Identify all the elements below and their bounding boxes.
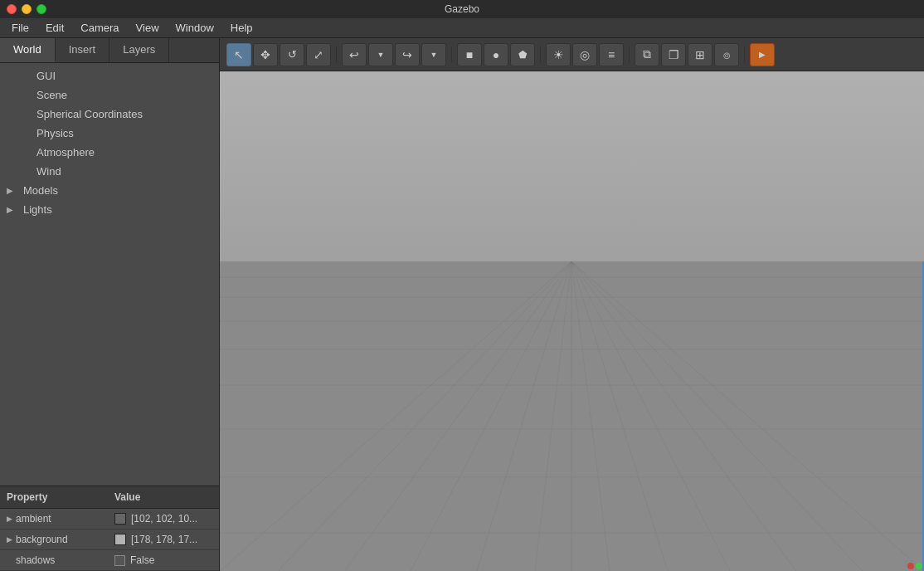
tree-item-atmosphere[interactable]: Atmosphere [0, 143, 219, 162]
undo-button[interactable]: ↩ [342, 43, 367, 66]
menu-file[interactable]: File [3, 20, 37, 36]
properties-header: Property Value [0, 486, 219, 509]
undo-icon: ↩ [349, 48, 359, 61]
toolbar-sep-2 [451, 46, 452, 63]
minimize-button[interactable] [22, 4, 32, 14]
svg-line-17 [571, 261, 730, 571]
expand-arrow-ambient[interactable]: ▶ [7, 515, 12, 523]
viewport-scene: .grid-line { stroke: #777; stroke-width:… [220, 71, 924, 571]
tree-item-scene[interactable]: Scene [0, 85, 219, 105]
maximize-button[interactable] [36, 4, 46, 14]
title-bar: Gazebo [0, 0, 924, 18]
main-layout: World Insert Layers GUI Scene Spherical … [0, 38, 924, 571]
prop-row-ambient[interactable]: ▶ ambient [102, 102, 10... [0, 509, 219, 530]
svg-line-20 [571, 261, 924, 571]
redo-button[interactable]: ↪ [395, 43, 420, 66]
prop-row-background[interactable]: ▶ background [178, 178, 17... [0, 530, 219, 550]
select-mode-button[interactable]: ↖ [226, 43, 251, 66]
prop-name-shadows: ▶ shadows [0, 550, 108, 570]
spot-light-icon: ◎ [580, 48, 590, 61]
tree-arrow-models: ▶ [7, 186, 18, 195]
ground-plane: .grid-line { stroke: #777; stroke-width:… [220, 261, 924, 571]
snap-button[interactable]: ⌾ [714, 43, 739, 66]
svg-line-8 [220, 261, 571, 571]
sphere-shape-button[interactable]: ● [484, 43, 508, 66]
tree-item-wind[interactable]: Wind [0, 162, 219, 181]
point-light-button[interactable]: ☀ [546, 43, 571, 66]
menu-edit[interactable]: Edit [37, 20, 72, 36]
paste-icon: ❐ [669, 48, 679, 61]
shadows-checkbox[interactable] [114, 555, 125, 566]
svg-line-19 [571, 261, 863, 571]
sphere-icon: ● [493, 48, 499, 61]
record-icon: ▶ [759, 50, 766, 59]
green-axis-dot [916, 563, 922, 569]
prop-header-property: Property [0, 486, 108, 508]
tree-item-models[interactable]: ▶ Models [0, 181, 219, 200]
tree-item-lights[interactable]: ▶ Lights [0, 200, 219, 219]
tab-bar: World Insert Layers [0, 38, 219, 63]
prop-value-ambient: [102, 102, 10... [108, 509, 219, 529]
rotate-icon: ↺ [288, 48, 297, 61]
box-icon: ■ [466, 48, 473, 61]
redo-icon: ↪ [402, 48, 412, 61]
cylinder-shape-button[interactable]: ⬟ [510, 43, 535, 66]
menu-view[interactable]: View [128, 20, 168, 36]
point-light-icon: ☀ [553, 48, 564, 61]
ambient-color-swatch[interactable] [114, 513, 126, 525]
record-button[interactable]: ▶ [750, 43, 775, 66]
toolbar-sep-1 [336, 46, 337, 63]
menu-help[interactable]: Help [222, 20, 261, 36]
tree-item-physics[interactable]: Physics [0, 124, 219, 143]
chevron-down-icon: ▼ [377, 51, 385, 59]
svg-line-13 [535, 261, 571, 571]
toolbar-sep-5 [744, 46, 745, 63]
left-panel: World Insert Layers GUI Scene Spherical … [0, 38, 220, 571]
prop-value-shadows: False [108, 550, 219, 570]
menu-bar: File Edit Camera View Window Help [0, 18, 924, 38]
toolbar-sep-4 [629, 46, 630, 63]
move-icon: ✥ [260, 48, 270, 61]
redo-dropdown-button[interactable]: ▼ [421, 43, 446, 66]
tab-world[interactable]: World [0, 38, 56, 62]
undo-dropdown-button[interactable]: ▼ [368, 43, 393, 66]
directional-light-button[interactable]: ≡ [599, 43, 624, 66]
prop-name-ambient: ▶ ambient [0, 509, 108, 529]
window-controls [7, 4, 46, 14]
box-shape-button[interactable]: ■ [457, 43, 482, 66]
tree-item-gui[interactable]: GUI [0, 66, 219, 85]
translate-mode-button[interactable]: ✥ [253, 43, 278, 66]
align-icon: ⊞ [695, 48, 705, 61]
perspective-grid: .grid-line { stroke: #777; stroke-width:… [220, 261, 924, 571]
scale-mode-button[interactable]: ⤢ [306, 43, 331, 66]
svg-line-16 [571, 261, 668, 571]
world-tree: GUI Scene Spherical Coordinates Physics … [0, 63, 219, 486]
rotate-mode-button[interactable]: ↺ [280, 43, 304, 66]
tab-layers[interactable]: Layers [109, 38, 169, 62]
align-button[interactable]: ⊞ [688, 43, 712, 66]
prop-row-shadows[interactable]: ▶ shadows False [0, 550, 219, 571]
prop-name-background: ▶ background [0, 530, 108, 549]
paste-button[interactable]: ❐ [661, 43, 686, 66]
chevron-down-icon-2: ▼ [430, 51, 438, 59]
tab-insert[interactable]: Insert [56, 38, 110, 62]
menu-window[interactable]: Window [168, 20, 222, 36]
prop-header-value: Value [108, 486, 147, 508]
svg-line-15 [571, 261, 610, 571]
close-button[interactable] [7, 4, 17, 14]
copy-button[interactable]: ⧉ [635, 43, 659, 66]
scale-icon: ⤢ [314, 48, 323, 61]
snap-icon: ⌾ [723, 48, 730, 61]
spot-light-button[interactable]: ◎ [572, 43, 597, 66]
red-axis-dot [907, 563, 914, 569]
directional-light-icon: ≡ [608, 48, 615, 61]
menu-camera[interactable]: Camera [72, 20, 127, 36]
3d-viewport[interactable]: ↖ ✥ ↺ ⤢ ↩ ▼ ↪ [220, 38, 924, 571]
background-color-swatch[interactable] [114, 534, 126, 545]
cylinder-icon: ⬟ [518, 49, 527, 61]
cursor-icon: ↖ [234, 48, 244, 61]
tree-item-spherical-coordinates[interactable]: Spherical Coordinates [0, 105, 219, 124]
svg-line-10 [344, 261, 571, 571]
toolbar-sep-3 [540, 46, 541, 63]
expand-arrow-background[interactable]: ▶ [7, 535, 12, 544]
